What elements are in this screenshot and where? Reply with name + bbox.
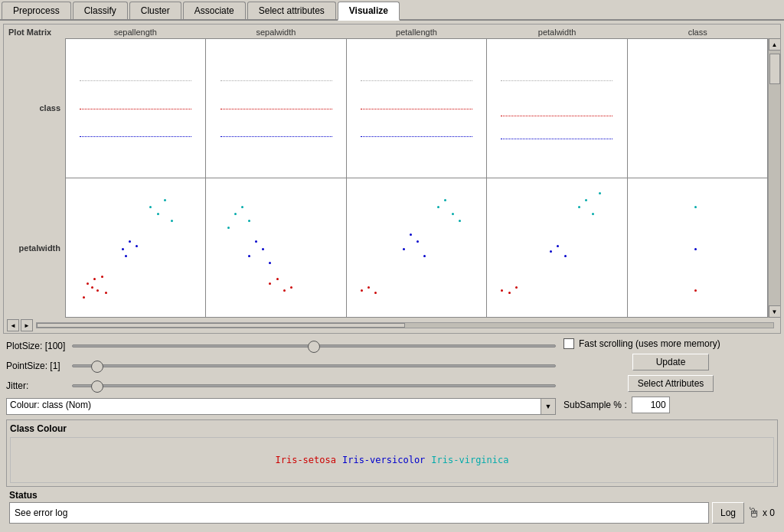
plot-cell-1-4 bbox=[628, 178, 768, 318]
class-label-0: Iris-setosa bbox=[275, 455, 335, 465]
point-size-label: PointSize: [1] bbox=[6, 361, 67, 371]
nav-left-btn[interactable]: ◄ bbox=[7, 319, 19, 331]
plot-cell-0-4 bbox=[628, 39, 768, 178]
plot-matrix-panel: Plot Matrix sepallength sepalwidth petal… bbox=[3, 24, 781, 334]
plot-size-label: PlotSize: [100] bbox=[6, 341, 67, 351]
left-controls: PlotSize: [100] PointSize: [1] Jitte bbox=[6, 338, 556, 415]
plot-cell-1-1 bbox=[206, 178, 346, 318]
row-labels: class petalwidth bbox=[4, 38, 65, 318]
colour-select-container: Colour: class (Nom) ▼ bbox=[6, 398, 556, 415]
nav-right-btn[interactable]: ► bbox=[21, 319, 33, 331]
tab-bar: Preprocess Classify Cluster Associate Se… bbox=[0, 0, 784, 21]
subsample-input[interactable] bbox=[632, 397, 670, 413]
scrollbar-right[interactable]: ▲ ▼ bbox=[768, 38, 780, 318]
row-label-1: petalwidth bbox=[4, 178, 65, 318]
col-header-3: petalwidth bbox=[487, 26, 628, 38]
tab-select-attributes[interactable]: Select attributes bbox=[247, 2, 336, 19]
update-button[interactable]: Update bbox=[632, 354, 709, 370]
plot-cell-1-3 bbox=[487, 178, 627, 318]
colour-select-display[interactable]: Colour: class (Nom) bbox=[6, 398, 541, 415]
scroll-down-btn[interactable]: ▼ bbox=[769, 305, 781, 318]
col-header-4: class bbox=[627, 26, 768, 38]
controls-panel: PlotSize: [100] PointSize: [1] Jitte bbox=[3, 334, 781, 419]
col-header-0: sepallength bbox=[65, 26, 206, 38]
point-size-row: PointSize: [1] bbox=[6, 358, 556, 374]
fast-scroll-row: Fast scrolling (uses more memory) bbox=[564, 338, 778, 349]
point-size-slider[interactable] bbox=[72, 358, 556, 374]
scroll-thumb[interactable] bbox=[769, 54, 780, 84]
times-count: x 0 bbox=[763, 508, 775, 518]
col-header-2: petallength bbox=[346, 26, 487, 38]
plot-row-0 bbox=[66, 39, 768, 178]
colour-select-arrow[interactable]: ▼ bbox=[541, 398, 556, 415]
jitter-label: Jitter: bbox=[6, 380, 67, 391]
times-icon: 🖱 x 0 bbox=[747, 502, 775, 524]
select-attributes-button[interactable]: Select Attributes bbox=[628, 375, 714, 392]
plot-cell-0-3 bbox=[487, 39, 627, 178]
jitter-row: Jitter: bbox=[6, 378, 556, 393]
class-label-1: Iris-versicolor bbox=[342, 455, 425, 465]
plot-size-slider[interactable] bbox=[72, 338, 556, 354]
fast-scroll-checkbox[interactable] bbox=[564, 338, 574, 349]
main-content: Plot Matrix sepallength sepalwidth petal… bbox=[0, 21, 784, 530]
class-colour-title: Class Colour bbox=[10, 423, 774, 434]
status-row: Log 🖱 x 0 bbox=[9, 502, 775, 524]
nav-arrows: ◄ ► bbox=[7, 319, 33, 331]
row-label-0: class bbox=[4, 38, 65, 178]
plot-matrix-body: class petalwidth bbox=[4, 38, 780, 318]
tab-classify[interactable]: Classify bbox=[73, 2, 128, 19]
col-header-1: sepalwidth bbox=[206, 26, 347, 38]
class-colour-panel: Class Colour Iris-setosa Iris-versicolor… bbox=[6, 419, 778, 487]
fast-scroll-label: Fast scrolling (uses more memory) bbox=[579, 338, 720, 349]
jitter-slider[interactable] bbox=[72, 378, 556, 393]
plot-row-1 bbox=[66, 178, 768, 318]
plot-cell-1-0 bbox=[66, 178, 206, 318]
plot-cell-1-2 bbox=[347, 178, 487, 318]
tab-preprocess[interactable]: Preprocess bbox=[2, 2, 71, 19]
class-label-2: Iris-virginica bbox=[431, 455, 508, 465]
plot-matrix-title: Plot Matrix bbox=[8, 28, 51, 37]
tab-associate[interactable]: Associate bbox=[183, 2, 246, 19]
plot-cell-0-2 bbox=[347, 39, 487, 178]
tab-cluster[interactable]: Cluster bbox=[129, 2, 181, 19]
plot-grid bbox=[65, 38, 768, 318]
log-button[interactable]: Log bbox=[712, 502, 744, 524]
status-bar: Status Log 🖱 x 0 bbox=[6, 487, 778, 527]
plot-cell-0-0 bbox=[66, 39, 206, 178]
plot-cell-0-1 bbox=[206, 39, 346, 178]
status-input bbox=[9, 502, 709, 524]
colour-row: Colour: class (Nom) ▼ bbox=[6, 398, 556, 415]
scroll-up-btn[interactable]: ▲ bbox=[769, 38, 781, 51]
subsample-label: SubSample % : bbox=[564, 400, 627, 410]
class-colour-area: Iris-setosa Iris-versicolor Iris-virgini… bbox=[10, 437, 774, 483]
tab-visualize[interactable]: Visualize bbox=[338, 2, 400, 21]
scroll-track[interactable] bbox=[769, 51, 781, 305]
subsample-row: SubSample % : bbox=[564, 397, 778, 413]
right-controls: Fast scrolling (uses more memory) Update… bbox=[564, 338, 778, 415]
bottom-nav: ◄ ► bbox=[4, 318, 780, 333]
status-title: Status bbox=[9, 490, 775, 501]
plot-size-row: PlotSize: [100] bbox=[6, 338, 556, 354]
